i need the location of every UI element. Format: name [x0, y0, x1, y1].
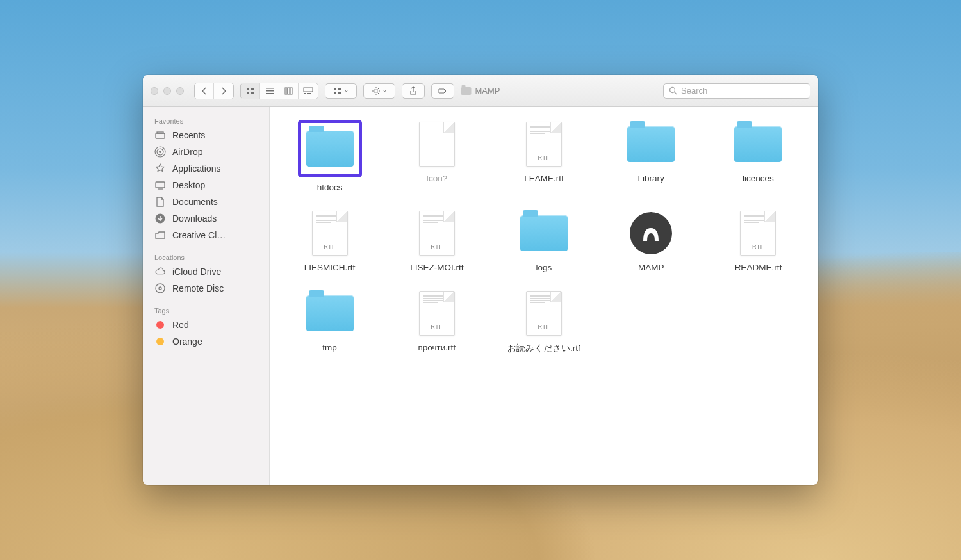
svg-rect-12 — [307, 93, 309, 94]
sidebar-item-tag-orange[interactable]: Orange — [143, 333, 269, 350]
sidebar-heading-favorites: Favorites — [143, 113, 269, 127]
action-dropdown[interactable] — [363, 83, 395, 99]
file-label: прочти.rtf — [418, 343, 456, 352]
view-mode-group — [240, 83, 318, 99]
file-label: LEAME.rtf — [524, 174, 564, 183]
sidebar-item-recents[interactable]: Recents — [143, 127, 269, 144]
downloads-icon — [154, 213, 166, 224]
close-button[interactable] — [151, 87, 158, 95]
file-icon-wrap — [298, 120, 362, 177]
sidebar-item-label: Recents — [172, 130, 205, 140]
disc-icon — [154, 283, 166, 294]
file-icon-wrap: RTF — [729, 209, 787, 258]
sidebar-item-label: iCloud Drive — [172, 267, 221, 277]
sidebar-item-label: Remote Disc — [172, 283, 224, 293]
chevron-down-icon — [344, 89, 349, 92]
sidebar-item-airdrop[interactable]: AirDrop — [143, 144, 269, 160]
tags-button[interactable] — [431, 83, 454, 99]
svg-rect-0 — [247, 88, 249, 90]
sidebar-item-label: Applications — [172, 163, 221, 174]
window-title: MAMP — [461, 86, 500, 95]
svg-rect-21 — [156, 133, 165, 138]
folder-icon — [154, 229, 166, 241]
sidebar-item-label: Desktop — [172, 180, 205, 190]
folder-icon — [461, 87, 472, 95]
file-view[interactable]: htdocsIcon?RTFLEAME.rtfLibrarylicencesRT… — [270, 107, 818, 485]
view-gallery-button[interactable] — [299, 83, 318, 99]
file-item[interactable]: tmp — [276, 289, 383, 354]
view-list-button[interactable] — [260, 83, 279, 99]
sidebar-heading-tags: Tags — [143, 303, 269, 317]
mamp-app-icon — [630, 212, 672, 254]
zoom-button[interactable] — [176, 87, 184, 95]
svg-point-29 — [156, 284, 165, 293]
svg-rect-15 — [338, 88, 341, 90]
minimize-button[interactable] — [163, 87, 171, 95]
file-icon-wrap — [729, 120, 787, 169]
file-item[interactable]: RTFLISEZ-MOI.rtf — [383, 209, 490, 272]
file-item[interactable]: licences — [705, 120, 812, 192]
sidebar-item-label: Documents — [172, 197, 218, 207]
traffic-lights — [151, 87, 184, 95]
file-item[interactable]: RTFLEAME.rtf — [490, 120, 597, 192]
rtf-document-icon: RTF — [526, 122, 562, 167]
svg-rect-7 — [285, 88, 287, 94]
forward-button[interactable] — [214, 83, 233, 99]
svg-rect-9 — [290, 88, 292, 94]
search-input[interactable]: Search — [663, 83, 810, 99]
tag-icon — [438, 87, 448, 95]
file-label: LISEZ-MOI.rtf — [410, 263, 463, 272]
file-label: README.rtf — [735, 263, 782, 272]
sidebar-item-creative-cloud[interactable]: Creative Cl… — [143, 227, 269, 243]
share-icon — [409, 86, 417, 95]
chevron-down-icon — [382, 89, 387, 92]
svg-rect-6 — [266, 93, 274, 94]
svg-rect-14 — [334, 88, 336, 90]
search-placeholder: Search — [681, 86, 707, 95]
sidebar-item-tag-red[interactable]: Red — [143, 317, 269, 333]
file-item[interactable]: Icon? — [383, 120, 490, 192]
file-icon-wrap: RTF — [301, 209, 359, 258]
svg-point-23 — [159, 151, 161, 153]
file-item[interactable]: MAMP — [598, 209, 705, 272]
sidebar-item-icloud[interactable]: iCloud Drive — [143, 263, 269, 280]
svg-rect-5 — [266, 90, 274, 92]
file-label: MAMP — [638, 263, 664, 272]
view-columns-button[interactable] — [279, 83, 299, 99]
folder-icon — [306, 295, 354, 331]
file-item[interactable]: RTFLIESMICH.rtf — [276, 209, 383, 272]
sidebar-item-label: AirDrop — [172, 147, 202, 157]
file-icon-wrap — [408, 120, 466, 169]
file-icon-wrap — [622, 209, 680, 258]
view-icons-button[interactable] — [241, 83, 260, 99]
file-item[interactable]: RTFお読みください.rtf — [490, 289, 597, 354]
svg-point-30 — [159, 287, 161, 290]
back-button[interactable] — [195, 83, 214, 99]
sidebar-item-applications[interactable]: Applications — [143, 160, 269, 177]
svg-line-20 — [675, 92, 677, 95]
file-item[interactable]: RTFпрочти.rtf — [383, 289, 490, 354]
sidebar-item-remote-disc[interactable]: Remote Disc — [143, 280, 269, 297]
sidebar-item-desktop[interactable]: Desktop — [143, 177, 269, 194]
file-item[interactable]: htdocs — [276, 120, 383, 192]
sidebar-item-label: Red — [172, 320, 189, 330]
icon-grid: htdocsIcon?RTFLEAME.rtfLibrarylicencesRT… — [276, 120, 812, 354]
file-item[interactable]: RTFREADME.rtf — [705, 209, 812, 272]
file-item[interactable]: logs — [490, 209, 597, 272]
share-button[interactable] — [402, 83, 425, 99]
svg-rect-2 — [247, 92, 249, 94]
file-icon-wrap: RTF — [408, 289, 466, 338]
file-item[interactable]: Library — [598, 120, 705, 192]
sidebar-item-downloads[interactable]: Downloads — [143, 210, 269, 227]
rtf-document-icon: RTF — [419, 211, 455, 256]
file-label: logs — [536, 263, 552, 272]
svg-rect-22 — [157, 132, 163, 133]
arrange-dropdown[interactable] — [325, 83, 357, 99]
applications-icon — [154, 163, 166, 174]
sidebar-item-label: Orange — [172, 336, 202, 347]
folder-icon — [734, 126, 782, 162]
svg-point-18 — [375, 90, 377, 92]
sidebar-item-documents[interactable]: Documents — [143, 194, 269, 210]
sidebar-item-label: Creative Cl… — [172, 230, 226, 240]
documents-icon — [154, 196, 166, 208]
